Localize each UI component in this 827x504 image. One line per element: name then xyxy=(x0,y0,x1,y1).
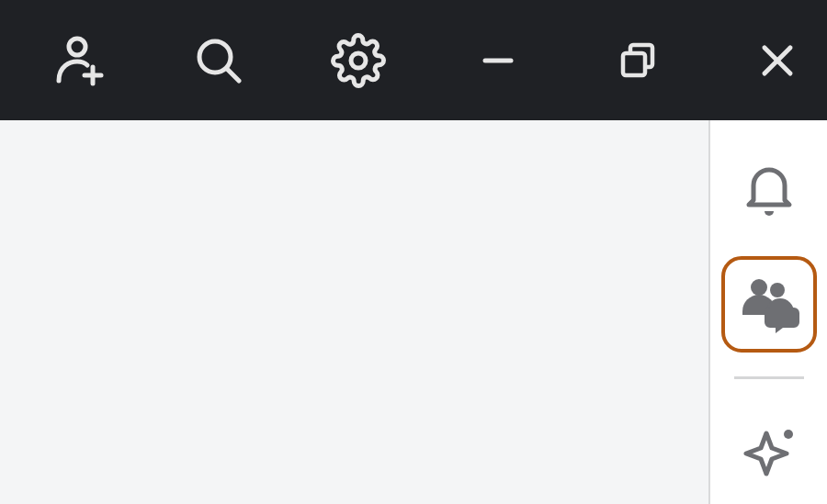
sidebar-copilot[interactable] xyxy=(721,407,817,502)
add-user-icon xyxy=(51,33,107,88)
search-button[interactable] xyxy=(191,33,246,88)
title-bar xyxy=(0,0,827,120)
app-body xyxy=(0,120,827,504)
sparkle-icon xyxy=(741,426,798,483)
bell-icon xyxy=(742,160,797,220)
close-button[interactable] xyxy=(750,33,805,88)
svg-point-12 xyxy=(784,430,793,439)
gear-icon xyxy=(331,33,386,88)
settings-button[interactable] xyxy=(331,33,386,88)
add-contact-button[interactable] xyxy=(51,33,107,88)
close-icon xyxy=(758,41,797,80)
svg-line-4 xyxy=(227,69,239,81)
side-rail xyxy=(710,120,827,504)
svg-rect-7 xyxy=(623,53,645,75)
divider xyxy=(734,376,804,379)
restore-icon xyxy=(617,40,658,81)
minimize-icon xyxy=(480,42,516,79)
svg-point-5 xyxy=(351,53,366,68)
main-area xyxy=(0,120,710,504)
svg-point-11 xyxy=(770,283,785,297)
community-icon xyxy=(737,274,801,335)
sidebar-activity[interactable] xyxy=(721,142,817,238)
search-icon xyxy=(193,35,244,86)
restore-button[interactable] xyxy=(610,33,665,88)
svg-point-10 xyxy=(751,279,767,296)
sidebar-community[interactable] xyxy=(721,256,817,353)
minimize-button[interactable] xyxy=(470,33,526,88)
svg-point-0 xyxy=(69,39,85,55)
